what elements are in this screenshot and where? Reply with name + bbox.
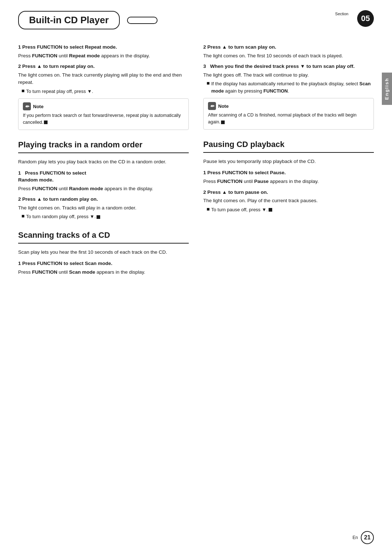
random-step1-heading: 1 Press FUNCTION to selectRandom mode. <box>18 170 189 184</box>
end-mark <box>44 121 48 124</box>
note-icon: ✏ <box>208 102 216 110</box>
repeat-step2-bullet: To turn repeat play off, press ▼. <box>22 88 189 95</box>
scan-section-title: Scanning tracks of a CD <box>18 230 189 240</box>
scan-note-text: After scanning of a CD is finished, norm… <box>208 112 369 126</box>
bullet-icon <box>207 208 209 211</box>
scan-intro: Scan play lets you hear the first 10 sec… <box>18 249 189 256</box>
end-mark <box>269 208 272 212</box>
pause-step2-bullet: To turn pause off, press ▼. <box>207 206 374 213</box>
repeat-note-text: If you perform track search or fast forw… <box>23 112 184 126</box>
scan-step3-body: The light goes off. The track will conti… <box>203 72 374 79</box>
left-column: 1 Press FUNCTION to select Repeat mode. … <box>18 40 189 286</box>
side-tab-english: English <box>382 73 392 105</box>
pause-section: Pausing CD playback Pause lets you tempo… <box>203 140 374 213</box>
bullet-icon <box>22 90 24 92</box>
scan-section: Scanning tracks of a CD Scan play lets y… <box>18 230 189 276</box>
pause-intro: Pause lets you temporarily stop playback… <box>203 158 374 165</box>
end-mark <box>97 215 100 219</box>
scan-note-title: ✏ Note <box>208 102 369 110</box>
repeat-step2-body: The light comes on. The track currently … <box>18 72 189 86</box>
pause-step1-body: Press FUNCTION until Pause appears in th… <box>203 178 374 185</box>
repeat-step1-body: Press FUNCTION until Repeat mode appears… <box>18 52 189 60</box>
random-intro: Random play lets you play back tracks on… <box>18 158 189 166</box>
section-label: Section <box>335 12 348 16</box>
pause-divider <box>203 152 374 153</box>
right-column: 2 Press ▲ to turn scan play on. The ligh… <box>203 40 374 286</box>
scan-divider <box>18 243 189 244</box>
page: Built-in CD Player Section 05 English 1 … <box>0 0 392 555</box>
header: Built-in CD Player Section 05 <box>0 0 392 37</box>
title-box: Built-in CD Player <box>18 11 120 29</box>
page-title: Built-in CD Player <box>29 15 109 26</box>
pause-step2-body: The light comes on. Play of the current … <box>203 197 374 204</box>
scan-step3-heading: 3 When you find the desired track press … <box>203 63 374 70</box>
random-step2-body: The light comes on. Tracks will play in … <box>18 204 189 212</box>
pause-step1-heading: 1 Press FUNCTION to select Pause. <box>203 170 374 176</box>
repeat-step2-heading: 2 Press ▲ to turn repeat play on. <box>18 63 189 70</box>
scan-step3-bullet: If the display has automatically returne… <box>207 80 374 94</box>
pause-section-title: Pausing CD playback <box>203 140 374 149</box>
repeat-section: 1 Press FUNCTION to select Repeat mode. … <box>18 44 189 130</box>
random-section-title: Playing tracks in a random order <box>18 140 189 150</box>
random-divider <box>18 152 189 153</box>
header-center-box <box>127 17 158 24</box>
footer-page-number: 21 <box>361 531 374 544</box>
scan-step1-heading: 1 Press FUNCTION to select Scan mode. <box>18 260 189 267</box>
scan-step1-body: Press FUNCTION until Scan mode appears i… <box>18 269 189 276</box>
random-step2-heading: 2 Press ▲ to turn random play on. <box>18 196 189 203</box>
repeat-step1-heading: 1 Press FUNCTION to select Repeat mode. <box>18 44 189 51</box>
section-badge: 05 <box>357 10 374 27</box>
random-step2-bullet: To turn random play off, press ▼. <box>22 213 189 220</box>
random-section: Playing tracks in a random order Random … <box>18 140 189 220</box>
footer-en-label: En <box>352 535 358 540</box>
scan-step2-body: The light comes on. The first 10 seconds… <box>203 52 374 60</box>
pause-step2-heading: 2 Press ▲ to turn pause on. <box>203 189 374 196</box>
end-mark <box>221 121 225 124</box>
scan-step2-heading: 2 Press ▲ to turn scan play on. <box>203 44 374 51</box>
footer: En 21 <box>352 531 374 544</box>
bullet-icon <box>207 82 209 85</box>
repeat-note-box: ✏ Note If you perform track search or fa… <box>18 98 189 130</box>
main-content: 1 Press FUNCTION to select Repeat mode. … <box>0 37 392 294</box>
bullet-icon <box>22 215 24 217</box>
note-icon: ✏ <box>23 102 31 110</box>
scan-cont-section: 2 Press ▲ to turn scan play on. The ligh… <box>203 44 374 130</box>
random-step1-body: Press FUNCTION until Random mode appears… <box>18 185 189 192</box>
scan-note-box: ✏ Note After scanning of a CD is finishe… <box>203 98 374 130</box>
repeat-note-title: ✏ Note <box>23 102 184 110</box>
